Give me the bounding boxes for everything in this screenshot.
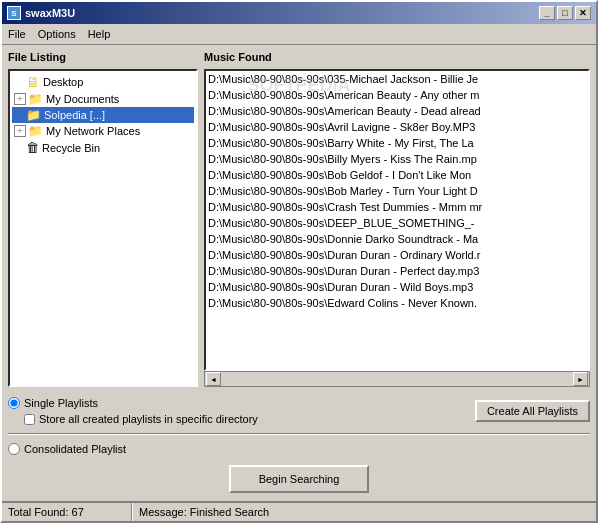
status-bar: Total Found: 67 Message: Finished Search [2,501,596,521]
divider [8,433,590,435]
single-playlists-label: Single Playlists [24,397,98,409]
desktop-icon: 🖥 [26,74,40,90]
solpedia-icon: 📁 [26,108,41,122]
file-tree[interactable]: 🖥 Desktop + 📁 My Documents 📁 Solpedia [.… [8,69,198,387]
tree-item-my-documents[interactable]: + 📁 My Documents [12,91,194,107]
list-item[interactable]: D:\Music\80-90\80s-90s\Crash Test Dummie… [206,199,588,215]
music-found-box: D:\Music\80-90\80s-90s\035-Michael Jacks… [204,69,590,387]
message-text: Message: Finished Search [139,506,269,518]
minimize-button[interactable]: _ [539,6,555,20]
single-playlists-row: Single Playlists [8,397,469,409]
options-left: Single Playlists Store all created playl… [8,397,469,425]
tree-expand-my-documents[interactable]: + [14,93,26,105]
options-row: Single Playlists Store all created playl… [8,397,590,425]
title-buttons: _ □ ✕ [539,6,591,20]
list-item[interactable]: D:\Music\80-90\80s-90s\Duran Duran - Ord… [206,247,588,263]
scroll-track[interactable] [223,375,571,383]
menu-help[interactable]: Help [82,26,117,42]
list-item[interactable]: D:\Music\80-90\80s-90s\Duran Duran - Wil… [206,279,588,295]
main-window: S swaxM3U _ □ ✕ File Options Help SOFTPE… [0,0,598,523]
list-item[interactable]: D:\Music\80-90\80s-90s\American Beauty -… [206,103,588,119]
list-item[interactable]: D:\Music\80-90\80s-90s\Donnie Darko Soun… [206,231,588,247]
my-documents-icon: 📁 [28,92,43,106]
create-all-playlists-button[interactable]: Create All Playlists [475,400,590,422]
bottom-section: Single Playlists Store all created playl… [2,393,596,501]
consolidated-playlist-label: Consolidated Playlist [24,443,126,455]
scroll-right-button[interactable]: ► [573,372,588,386]
tree-item-label-my-documents: My Documents [46,93,119,105]
music-list-box[interactable]: D:\Music\80-90\80s-90s\035-Michael Jacks… [204,69,590,371]
list-item[interactable]: D:\Music\80-90\80s-90s\American Beauty -… [206,87,588,103]
list-item[interactable]: D:\Music\80-90\80s-90s\035-Michael Jacks… [206,71,588,87]
begin-search-section: Begin Searching [8,461,590,497]
app-icon: S [7,6,21,20]
horizontal-scrollbar[interactable]: ◄ ► [204,371,590,387]
file-listing-panel: File Listing 🖥 Desktop + 📁 My Documents … [8,51,198,387]
menu-options[interactable]: Options [32,26,82,42]
begin-searching-button[interactable]: Begin Searching [229,465,369,493]
tree-item-desktop[interactable]: 🖥 Desktop [12,73,194,91]
list-item[interactable]: D:\Music\80-90\80s-90s\Barry White - My … [206,135,588,151]
tree-item-recycle-bin[interactable]: 🗑 Recycle Bin [12,139,194,156]
window-title: swaxM3U [25,7,75,19]
total-count-text: Total Found: 67 [8,506,84,518]
store-directory-row: Store all created playlists in specific … [8,413,469,425]
list-item[interactable]: D:\Music\80-90\80s-90s\DEEP_BLUE_SOMETHI… [206,215,588,231]
consolidated-playlist-radio[interactable] [8,443,20,455]
list-item[interactable]: D:\Music\80-90\80s-90s\Bob Marley - Turn… [206,183,588,199]
scroll-left-button[interactable]: ◄ [206,372,221,386]
single-playlists-radio[interactable] [8,397,20,409]
file-listing-label: File Listing [8,51,198,63]
menu-bar: File Options Help [2,24,596,45]
close-button[interactable]: ✕ [575,6,591,20]
main-content: SOFTPEDIA File Listing 🖥 Desktop + 📁 My … [2,45,596,393]
tree-item-label-solpedia: Solpedia [...] [44,109,105,121]
list-item[interactable]: D:\Music\80-90\80s-90s\Edward Colins - N… [206,295,588,311]
list-item[interactable]: D:\Music\80-90\80s-90s\Avril Lavigne - S… [206,119,588,135]
tree-item-label-recycle-bin: Recycle Bin [42,142,100,154]
menu-file[interactable]: File [2,26,32,42]
tree-item-network[interactable]: + 📁 My Network Places [12,123,194,139]
status-message: Message: Finished Search [132,503,596,521]
music-found-label: Music Found [204,51,590,63]
title-bar-left: S swaxM3U [7,6,75,20]
list-item[interactable]: D:\Music\80-90\80s-90s\Billy Myers - Kis… [206,151,588,167]
tree-item-label-desktop: Desktop [43,76,83,88]
tree-item-label-network: My Network Places [46,125,140,137]
list-item[interactable]: D:\Music\80-90\80s-90s\Duran Duran - Per… [206,263,588,279]
music-list-inner[interactable]: D:\Music\80-90\80s-90s\035-Michael Jacks… [206,71,588,369]
music-found-panel: Music Found D:\Music\80-90\80s-90s\035-M… [204,51,590,387]
maximize-button[interactable]: □ [557,6,573,20]
status-total: Total Found: 67 [2,503,132,521]
tree-expand-network[interactable]: + [14,125,26,137]
options-right: Create All Playlists [475,400,590,422]
store-directory-checkbox[interactable] [24,414,35,425]
list-item[interactable]: D:\Music\80-90\80s-90s\Bob Geldof - I Do… [206,167,588,183]
recycle-bin-icon: 🗑 [26,140,39,155]
consolidated-playlist-row: Consolidated Playlist [8,443,590,455]
tree-item-solpedia[interactable]: 📁 Solpedia [...] [12,107,194,123]
title-bar: S swaxM3U _ □ ✕ [2,2,596,24]
network-icon: 📁 [28,124,43,138]
store-directory-label: Store all created playlists in specific … [39,413,258,425]
